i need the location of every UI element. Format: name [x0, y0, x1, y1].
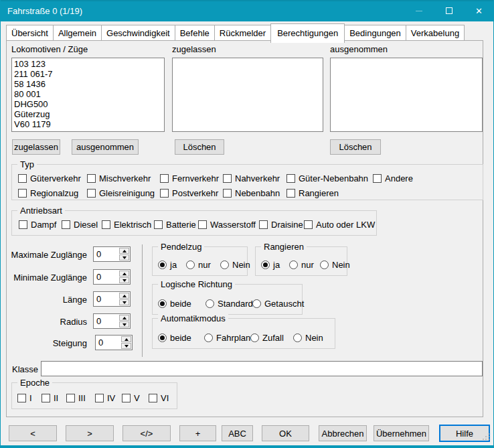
checkbox-nahverkehr[interactable]: Nahverkehr	[223, 173, 280, 183]
ausgenommen-button[interactable]: ausgenommen	[72, 139, 139, 155]
checkbox-regionalzug[interactable]: Regionalzug	[18, 188, 78, 198]
checkbox-draisine[interactable]: Draisine	[259, 220, 303, 230]
checkbox-icon[interactable]	[160, 174, 169, 183]
radio-rangieren-ja[interactable]: ja	[261, 260, 280, 270]
loeschen-ausgenommen-button[interactable]: Löschen	[330, 139, 381, 155]
spinner-up-button[interactable]	[119, 315, 129, 321]
radio-icon[interactable]	[289, 260, 298, 269]
checkbox-icon[interactable]	[122, 394, 131, 402]
list-item[interactable]: DHG500	[12, 99, 164, 109]
spinner-up-button[interactable]	[121, 336, 131, 342]
tab-allgemein[interactable]: Allgemein	[53, 25, 102, 41]
checkbox-elektrisch[interactable]: Elektrisch	[102, 220, 151, 230]
checkbox-icon[interactable]	[102, 220, 110, 229]
list-item[interactable]: V60 1179	[12, 119, 164, 129]
radio-rangieren-nein[interactable]: Nein	[320, 260, 350, 270]
spinner-value[interactable]: 0	[94, 270, 118, 284]
list-item[interactable]: 103 123	[12, 59, 164, 69]
radio-icon[interactable]	[252, 299, 261, 308]
checkbox-icon[interactable]	[18, 189, 27, 198]
checkbox-icon[interactable]	[259, 220, 268, 229]
radio-icon[interactable]	[204, 333, 213, 342]
checkbox-rangieren-typ[interactable]: Rangieren	[286, 188, 339, 198]
laenge-spinner[interactable]: 0	[93, 291, 131, 307]
tab-berechtigungen[interactable]: Berechtigungen	[270, 23, 345, 43]
resize-grip[interactable]	[488, 439, 489, 440]
code-button[interactable]: </>	[122, 425, 171, 441]
checkbox-epoche-6[interactable]: VI	[149, 393, 169, 403]
abbrechen-button[interactable]: Abbrechen	[319, 425, 367, 441]
checkbox-epoche-5[interactable]: V	[122, 393, 140, 403]
klasse-input[interactable]	[41, 361, 483, 376]
checkbox-icon[interactable]	[17, 394, 26, 402]
checkbox-auto-oder-lkw[interactable]: Auto oder LKW	[304, 220, 375, 230]
checkbox-icon[interactable]	[304, 220, 313, 229]
loeschen-zugelassen-button[interactable]: Löschen	[175, 139, 224, 155]
add-button[interactable]: +	[179, 425, 216, 441]
radio-richtung-standard[interactable]: Standard	[205, 299, 253, 309]
radio-icon[interactable]	[261, 260, 270, 269]
checkbox-epoche-4[interactable]: IV	[95, 393, 115, 403]
spinner-down-button[interactable]	[119, 254, 129, 260]
checkbox-fernverkehr[interactable]: Fernverkehr	[160, 173, 219, 183]
radio-pendelzug-nur[interactable]: nur	[186, 260, 211, 270]
radio-icon[interactable]	[293, 333, 302, 342]
checkbox-gueter-nebenbahn[interactable]: Güter-Nebenbahn	[286, 173, 368, 183]
checkbox-mischverkehr[interactable]: Mischverkehr	[87, 173, 151, 183]
abc-button[interactable]: ABC	[222, 425, 253, 441]
list-item[interactable]: 80 001	[12, 89, 164, 99]
ok-button[interactable]: OK	[262, 425, 309, 441]
tab-befehle[interactable]: Befehle	[175, 25, 215, 41]
radius-spinner[interactable]: 0	[93, 313, 131, 329]
radio-icon[interactable]	[158, 333, 167, 342]
checkbox-batterie[interactable]: Batterie	[154, 220, 196, 230]
radio-icon[interactable]	[320, 260, 329, 269]
radio-pendelzug-ja[interactable]: ja	[158, 260, 177, 270]
tab-geschwindigkeit[interactable]: Geschwindigkeit	[101, 25, 175, 41]
checkbox-epoche-3[interactable]: III	[66, 393, 86, 403]
checkbox-icon[interactable]	[149, 394, 157, 402]
radio-icon[interactable]	[205, 299, 214, 308]
checkbox-icon[interactable]	[66, 394, 75, 402]
maximale-zuglaenge-spinner[interactable]: 0	[93, 246, 131, 262]
radio-automatik-beide[interactable]: beide	[158, 333, 191, 343]
checkbox-icon[interactable]	[18, 174, 27, 183]
ausgenommen-listbox[interactable]	[330, 58, 483, 132]
checkbox-dampf[interactable]: Dampf	[19, 220, 56, 230]
spinner-down-button[interactable]	[119, 299, 129, 305]
radio-pendelzug-nein[interactable]: Nein	[220, 260, 250, 270]
tab-verkabelung[interactable]: Verkabelung	[406, 25, 465, 41]
tab-bedingungen[interactable]: Bedingungen	[344, 25, 406, 41]
radio-richtung-beide[interactable]: beide	[158, 299, 191, 309]
radio-icon[interactable]	[220, 260, 229, 269]
prev-button[interactable]: <	[9, 425, 57, 441]
checkbox-wasserstoff[interactable]: Wasserstoff	[198, 220, 256, 230]
list-item[interactable]: 58 1436	[12, 79, 164, 89]
checkbox-epoche-1[interactable]: I	[17, 393, 32, 403]
checkbox-icon[interactable]	[160, 189, 169, 198]
checkbox-icon[interactable]	[198, 220, 207, 229]
list-item[interactable]: 211 061-7	[12, 69, 164, 79]
checkbox-icon[interactable]	[95, 394, 104, 402]
radio-automatik-nein[interactable]: Nein	[293, 333, 323, 343]
checkbox-gueterverkehr[interactable]: Güterverkehr	[18, 173, 81, 183]
zugelassen-button[interactable]: zugelassen	[12, 139, 60, 155]
steigung-spinner[interactable]: 0	[95, 335, 133, 350]
spinner-up-button[interactable]	[119, 271, 129, 277]
radio-rangieren-nur[interactable]: nur	[289, 260, 314, 270]
next-button[interactable]: >	[66, 425, 114, 441]
tab-uebersicht[interactable]: Übersicht	[6, 25, 54, 41]
tab-rueckmelder[interactable]: Rückmelder	[214, 25, 271, 41]
minimale-zuglaenge-spinner[interactable]: 0	[93, 269, 131, 285]
spinner-down-button[interactable]	[119, 321, 129, 327]
checkbox-icon[interactable]	[42, 394, 50, 402]
checkbox-icon[interactable]	[62, 220, 70, 229]
spinner-up-button[interactable]	[119, 293, 129, 299]
spinner-value[interactable]: 0	[94, 292, 118, 306]
checkbox-icon[interactable]	[223, 189, 232, 198]
radio-icon[interactable]	[250, 333, 259, 342]
checkbox-icon[interactable]	[286, 189, 295, 198]
lokomotiven-listbox[interactable]: 103 123 211 061-7 58 1436 80 001 DHG500 …	[11, 58, 165, 132]
checkbox-icon[interactable]	[87, 189, 96, 198]
list-item[interactable]: Güterzug	[12, 109, 164, 119]
